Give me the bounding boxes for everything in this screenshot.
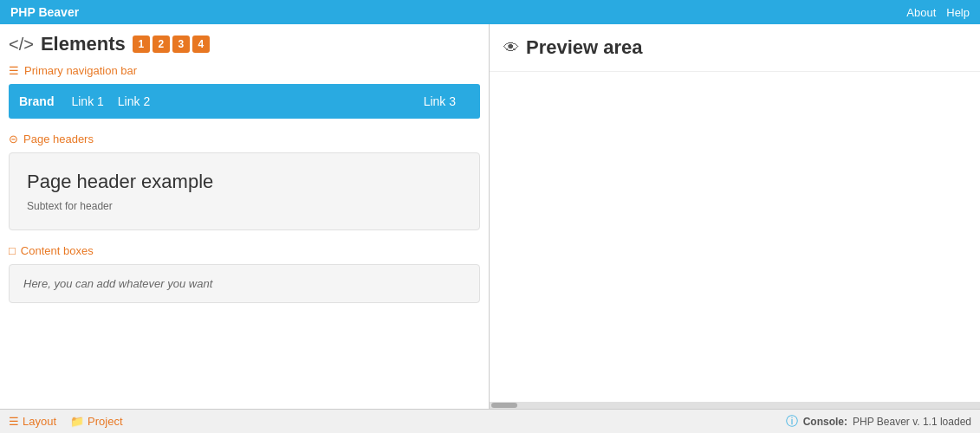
folder-icon: 📁	[70, 415, 84, 428]
app-title: PHP Beaver	[10, 5, 79, 19]
layout-icon: ☰	[9, 415, 19, 428]
page-header-title: Page header example	[27, 171, 462, 193]
nav-link-2[interactable]: Link 2	[118, 94, 150, 108]
badge-3[interactable]: 3	[172, 36, 190, 53]
top-bar: PHP Beaver About Help	[0, 0, 980, 24]
content-boxes-section-header[interactable]: □ Content boxes	[9, 244, 480, 257]
bottom-right-console: ⓘ Console: PHP Beaver v. 1.1 loaded	[786, 414, 971, 430]
content-box-icon: □	[9, 244, 16, 257]
page-headers-section-header[interactable]: ⊝ Page headers	[9, 132, 480, 145]
top-bar-nav: About Help	[906, 6, 970, 19]
page-header-subtext: Subtext for header	[27, 200, 113, 212]
badge-4[interactable]: 4	[192, 36, 210, 53]
nav-brand: Brand	[19, 94, 54, 108]
preview-title: Preview area	[526, 36, 643, 59]
nav-section-label: Primary navigation bar	[24, 64, 137, 77]
preview-body	[490, 72, 980, 402]
badges: 1 2 3 4	[133, 36, 210, 53]
scroll-thumb	[491, 403, 517, 408]
nav-link-1[interactable]: Link 1	[71, 94, 103, 108]
eye-icon: 👁	[503, 39, 519, 57]
page-header-example: Page header example Subtext for header	[9, 152, 480, 230]
console-message: PHP Beaver v. 1.1 loaded	[853, 416, 971, 428]
content-box-example: Here, you can add whatever you want	[9, 264, 480, 303]
code-icon: </>	[9, 35, 34, 55]
console-label: Console:	[803, 416, 847, 428]
preview-header: 👁 Preview area	[490, 24, 980, 72]
about-link[interactable]: About	[906, 6, 936, 19]
project-link[interactable]: 📁 Project	[70, 415, 122, 428]
content-box-text: Here, you can add whatever you want	[23, 277, 465, 290]
nav-section-header[interactable]: ☰ Primary navigation bar	[9, 64, 480, 77]
right-panel: 👁 Preview area	[490, 24, 980, 409]
help-link[interactable]: Help	[946, 6, 970, 19]
scroll-indicator	[490, 402, 980, 409]
info-icon: ⓘ	[786, 414, 798, 430]
badge-2[interactable]: 2	[153, 36, 170, 53]
page-headers-label: Page headers	[23, 132, 94, 145]
nav-bar-preview: Brand Link 1 Link 2 Link 3	[9, 84, 480, 119]
hamburger-icon: ☰	[9, 64, 19, 77]
project-label: Project	[88, 415, 122, 428]
elements-title: Elements	[41, 33, 126, 55]
main-content: </> Elements 1 2 3 4 ☰ Primary navigatio…	[0, 24, 980, 409]
elements-heading: </> Elements 1 2 3 4	[9, 33, 480, 55]
nav-link-3[interactable]: Link 3	[424, 94, 456, 108]
bottom-left-nav: ☰ Layout 📁 Project	[9, 415, 123, 428]
page-header-icon: ⊝	[9, 132, 18, 145]
bottom-bar: ☰ Layout 📁 Project ⓘ Console: PHP Beaver…	[0, 409, 980, 433]
left-panel: </> Elements 1 2 3 4 ☰ Primary navigatio…	[0, 24, 490, 409]
layout-label: Layout	[23, 415, 56, 428]
layout-link[interactable]: ☰ Layout	[9, 415, 56, 428]
badge-1[interactable]: 1	[133, 36, 150, 53]
content-boxes-label: Content boxes	[21, 244, 94, 257]
